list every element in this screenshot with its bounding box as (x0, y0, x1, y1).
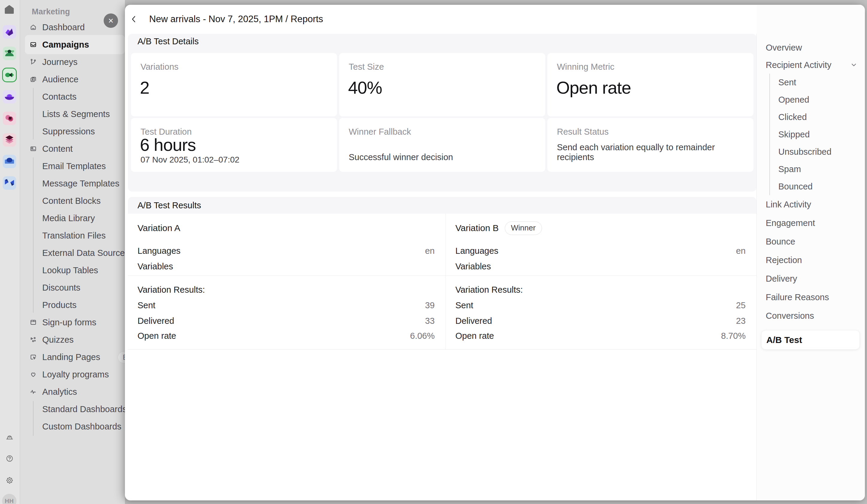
nav-skipped[interactable]: Skipped (757, 126, 865, 143)
modal-header: New arrivals - Nov 7, 2025, 1PM / Report… (125, 5, 757, 34)
sidebar-item-external-data-sources[interactable]: External Data Sources (20, 244, 125, 262)
sidebar-item-translation-files[interactable]: Translation Files (20, 227, 125, 244)
nav-opened[interactable]: Opened (757, 91, 865, 108)
divider (446, 275, 757, 276)
variation-a-delivered-row: Delivered 33 (138, 313, 435, 329)
pink-stack-app-icon[interactable] (3, 133, 16, 147)
green-rewind-app-icon[interactable] (3, 68, 16, 82)
sidebar-item-message-templates[interactable]: Message Templates (20, 175, 125, 192)
chevron-down-icon (851, 63, 857, 67)
sidebar-item-custom-dashboards[interactable]: Custom Dashboards (20, 418, 125, 435)
help-icon[interactable] (5, 454, 14, 463)
settings-gear-icon[interactable] (5, 475, 14, 485)
nav-bounce[interactable]: Bounce (757, 232, 865, 251)
variation-a-results-label: Variation Results: (138, 281, 435, 298)
sidebar-item-analytics[interactable]: Analytics (20, 383, 125, 401)
sidebar-item-products[interactable]: Products (20, 296, 125, 314)
branch-icon (30, 58, 37, 66)
ab-test-results-section-header: A/B Test Results (128, 197, 757, 214)
hardhat-icon[interactable] (5, 432, 14, 442)
pink-circles-app-icon[interactable] (3, 112, 16, 125)
variation-a-column: Variation A Languages en Variables Varia… (128, 214, 446, 350)
nav-ab-test-selected[interactable]: A/B Test (761, 330, 860, 350)
variation-a-variables-row: Variables (138, 258, 435, 275)
ab-test-details-section: A/B Test Details Variations 2 Test Size … (128, 34, 757, 191)
sidebar-item-email-templates[interactable]: Email Templates (20, 157, 125, 175)
nav-overview[interactable]: Overview (757, 39, 865, 56)
winner-fallback-text: Successful winner decision (349, 152, 453, 162)
workspace-label: Marketing (32, 7, 70, 17)
card-variations: Variations 2 (131, 53, 337, 117)
nav-bounced[interactable]: Bounced (757, 178, 865, 195)
nav-engagement[interactable]: Engagement (757, 214, 865, 232)
sidebar-item-signup-forms[interactable]: Sign-up forms (20, 314, 125, 331)
sidebar-item-contacts[interactable]: Contacts (20, 88, 125, 105)
sidebar-item-loyalty-programs[interactable]: Loyalty programs (20, 366, 125, 383)
card-winning-metric: Winning Metric Open rate (547, 53, 753, 117)
sidebar-item-suppressions[interactable]: Suppressions (20, 123, 125, 140)
nav-sent[interactable]: Sent (757, 74, 865, 91)
ab-test-results-body: Variation A Languages en Variables Varia… (128, 214, 757, 350)
heart-icon (30, 371, 37, 378)
sidebar-item-content-blocks[interactable]: Content Blocks (20, 192, 125, 209)
back-button[interactable] (129, 14, 139, 24)
sidebar-item-campaigns[interactable]: Campaigns (20, 36, 125, 53)
variation-b-variables-row: Variables (456, 258, 746, 275)
nav-clicked[interactable]: Clicked (757, 108, 865, 126)
sidebar-item-discounts[interactable]: Discounts (20, 279, 125, 296)
blue-ellipse-app-icon[interactable] (3, 155, 16, 168)
sidebar-nav: Dashboard Campaigns Journeys Audience Co… (20, 19, 125, 435)
nav-conversions[interactable]: Conversions (757, 306, 865, 325)
content-card-icon (30, 145, 37, 152)
variation-b-sent-row: Sent 25 (456, 297, 746, 314)
sidebar-item-landing-pages[interactable]: Landing Pages (20, 348, 125, 366)
winner-badge: Winner (505, 221, 542, 235)
landing-page-icon (30, 353, 37, 361)
pentagon-home-icon[interactable] (3, 4, 15, 16)
section-title-results: A/B Test Results (138, 200, 201, 210)
variation-a-languages-value: en (425, 246, 435, 256)
nav-failure-reasons[interactable]: Failure Reasons (757, 288, 865, 306)
test-duration-range: 07 Nov 2025, 01:02–07:02 (140, 155, 239, 165)
variation-b-open-rate-row: Open rate 8.70% (456, 327, 746, 344)
card-winner-fallback: Winner Fallback Successful winner decisi… (339, 118, 545, 172)
nav-recipient-activity[interactable]: Recipient Activity (757, 56, 865, 74)
sidebar-item-audience[interactable]: Audience (20, 70, 125, 88)
sidebar-item-media-library[interactable]: Media Library (20, 209, 125, 227)
variation-b-title: Variation B Winner (456, 220, 746, 237)
card-result-status: Result Status Send each variation equall… (547, 118, 753, 172)
green-hourglass-app-icon[interactable] (3, 47, 16, 60)
close-button[interactable]: × (104, 13, 118, 28)
purple-dome-app-icon[interactable] (3, 90, 16, 103)
card-test-size: Test Size 40% (339, 53, 545, 117)
report-nav: Overview Recipient Activity Sent Opened … (757, 5, 865, 501)
winning-metric-value: Open rate (556, 77, 631, 98)
sidebar-item-lookup-tables[interactable]: Lookup Tables (20, 262, 125, 279)
pulse-icon (30, 388, 37, 395)
nav-rejection[interactable]: Rejection (757, 251, 865, 269)
nav-link-activity[interactable]: Link Activity (757, 195, 865, 214)
result-status-text: Send each variation equally to remainder… (557, 142, 753, 162)
sidebar-item-quizzes[interactable]: Quizzes (20, 331, 125, 348)
home-icon (30, 24, 37, 31)
app-icon-rail: HH (0, 0, 20, 504)
user-avatar[interactable]: HH (2, 494, 17, 504)
blue-pinwheel-app-icon[interactable] (3, 176, 16, 190)
nav-unsubscribed[interactable]: Unsubscribed (757, 143, 865, 161)
sidebar-item-lists-segments[interactable]: Lists & Segments (20, 105, 125, 123)
sidebar-item-journeys[interactable]: Journeys (20, 53, 125, 70)
sidebar-item-standard-dashboards[interactable]: Standard Dashboards (20, 401, 125, 418)
audience-icon (30, 76, 37, 83)
variations-value: 2 (140, 77, 149, 98)
card-test-duration: Test Duration 6 hours 07 Nov 2025, 01:02… (131, 118, 337, 172)
report-modal: New arrivals - Nov 7, 2025, 1PM / Report… (125, 5, 865, 501)
section-title-details: A/B Test Details (138, 36, 199, 46)
quiz-icon (30, 336, 37, 343)
purple-ribbon-app-icon[interactable] (3, 25, 16, 39)
divider (128, 275, 446, 276)
nav-delivery[interactable]: Delivery (757, 269, 865, 288)
nav-spam[interactable]: Spam (757, 161, 865, 178)
sidebar-item-content[interactable]: Content (20, 140, 125, 157)
window-icon (30, 319, 37, 326)
report-title: New arrivals - Nov 7, 2025, 1PM / Report… (149, 14, 323, 24)
